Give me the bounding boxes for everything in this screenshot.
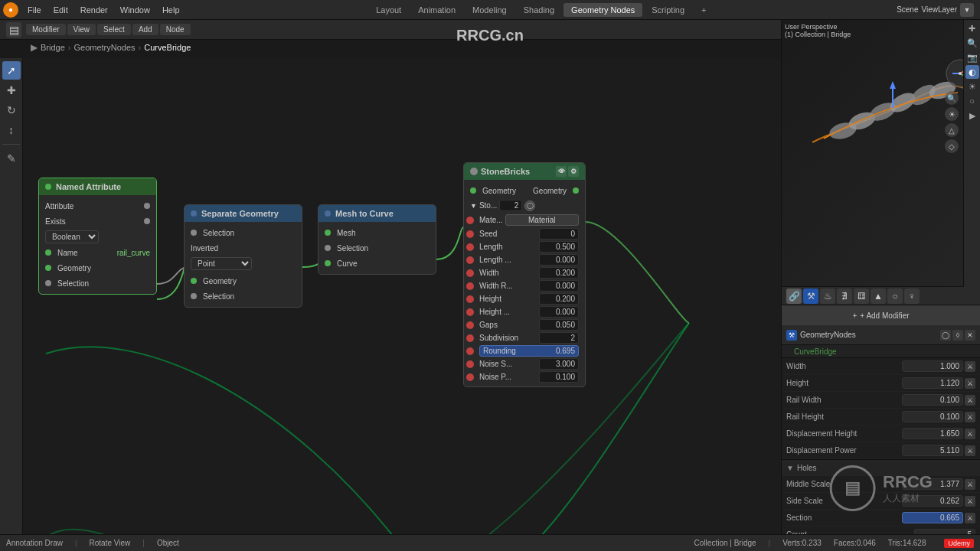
node-mesh-to-curve[interactable]: Mesh to Curve Mesh Selection Curve — [318, 204, 436, 275]
height-r-value[interactable]: 0.000 — [539, 306, 579, 318]
middle-scale-link-btn[interactable]: ⚔ — [965, 479, 975, 490]
mod-btn-1[interactable]: ◯ — [940, 330, 951, 341]
disp-height-value[interactable]: 1.650 — [902, 428, 963, 439]
zoom-in-icon[interactable]: 🔍 — [965, 36, 979, 50]
zoom-btn[interactable]: 🔍 — [945, 91, 959, 105]
material-value[interactable]: Material — [505, 214, 579, 226]
seed-value[interactable]: 0 — [539, 228, 579, 240]
sel-out-socket[interactable] — [45, 280, 51, 286]
nav-icon[interactable]: ✚ — [965, 21, 979, 35]
menu-window[interactable]: Window — [114, 4, 156, 16]
prop-icon-physics[interactable]: ∄ — [837, 289, 852, 304]
render-icon-vp[interactable]: ◐ — [965, 65, 979, 79]
tab-add[interactable]: + — [694, 3, 714, 17]
node-stonebricks[interactable]: StoneBricks 👁 ⚙ Geometry Geometry ▼ Sto. — [463, 162, 586, 387]
count-value[interactable]: 5 — [914, 529, 975, 534]
node-canvas[interactable]: Named Attribute Attribute Exists Boolean — [23, 78, 781, 534]
node-named-attribute[interactable]: Named Attribute Attribute Exists Boolean — [38, 178, 157, 295]
rail-width-value[interactable]: 0.100 — [902, 394, 963, 406]
disp-height-link-btn[interactable]: ⚔ — [965, 429, 975, 439]
name-in-socket[interactable] — [45, 249, 51, 256]
prop-icon-constraint[interactable]: ⚅ — [854, 289, 869, 304]
prop-icon-object[interactable]: 🔗 — [786, 289, 802, 304]
tab-geometry-nodes[interactable]: Geometry Nodes — [564, 3, 642, 17]
anim-icon[interactable]: ▶ — [965, 109, 979, 122]
prop-icon-world[interactable]: ♀ — [904, 289, 920, 304]
tab-layout[interactable]: Layout — [368, 3, 409, 17]
geo-out-socket[interactable] — [45, 265, 51, 271]
height-link-btn[interactable]: ⚔ — [965, 378, 975, 389]
overlay-btn[interactable]: △ — [945, 123, 959, 137]
scene-btn[interactable]: ▼ — [960, 3, 974, 17]
type-dropdown[interactable]: Boolean — [45, 230, 99, 243]
node-separate-geometry[interactable]: Separate Geometry Selection Inverted Poi… — [184, 204, 302, 308]
domain-dropdown[interactable]: Point — [191, 257, 252, 270]
width-sb-value[interactable]: 0.200 — [539, 267, 579, 279]
tool-cursor[interactable]: ➚ — [2, 61, 21, 80]
rail-height-value[interactable]: 0.100 — [902, 411, 963, 422]
menu-file[interactable]: File — [21, 4, 47, 16]
length-value[interactable]: 0.500 — [539, 241, 579, 253]
height-sb-value[interactable]: 0.200 — [539, 293, 579, 305]
gaps-value[interactable]: 0.050 — [539, 319, 579, 331]
modifier-btn[interactable]: Modifier — [26, 24, 66, 35]
selection-in-socket[interactable] — [191, 230, 197, 236]
add-btn[interactable]: Add — [132, 24, 158, 35]
curve-out-socket[interactable] — [325, 260, 331, 266]
breadcrumb-bridge[interactable]: Bridge — [41, 43, 65, 52]
noise-p-value[interactable]: 0.100 — [539, 371, 579, 383]
viewport-3d[interactable]: User Perspective (1) Collection | Bridge… — [782, 20, 980, 287]
exists-socket[interactable] — [144, 218, 150, 224]
mesh-in-socket[interactable] — [325, 230, 331, 236]
tab-animation[interactable]: Animation — [410, 3, 463, 17]
tab-scripting[interactable]: Scripting — [644, 3, 692, 17]
mat-icon[interactable]: ○ — [965, 94, 979, 108]
prop-icon-data[interactable]: ▲ — [871, 289, 886, 304]
menu-edit[interactable]: Edit — [47, 4, 74, 16]
geo-out-sb-socket[interactable] — [573, 187, 579, 194]
prop-icon-modifier[interactable]: ⚒ — [803, 289, 818, 304]
light-icon[interactable]: ☀ — [965, 80, 979, 93]
sel-mesh-socket[interactable] — [325, 245, 331, 251]
menu-help[interactable]: Help — [156, 4, 186, 16]
view-btn[interactable]: View — [67, 24, 96, 35]
disp-power-link-btn[interactable]: ⚔ — [965, 445, 975, 456]
mod-btn-2[interactable]: ◊ — [952, 330, 963, 341]
tab-shading[interactable]: Shading — [516, 3, 562, 17]
sb-view-btn[interactable]: 👁 — [556, 166, 567, 177]
tool-annotate[interactable]: ✎ — [2, 149, 21, 168]
tool-rotate[interactable]: ↻ — [2, 101, 21, 119]
tool-move[interactable]: ✚ — [2, 81, 21, 99]
subdivision-value[interactable]: 2 — [539, 332, 579, 344]
prop-icon-material[interactable]: ○ — [887, 289, 903, 304]
mod-btn-3[interactable]: ✕ — [965, 330, 975, 341]
menu-render[interactable]: Render — [74, 4, 114, 16]
sto-value[interactable]: 2 — [499, 200, 522, 211]
editor-type-icon[interactable]: ▤ — [6, 22, 21, 37]
noise-s-value[interactable]: 3.000 — [539, 358, 579, 370]
sel-sep-out-socket[interactable] — [191, 293, 197, 299]
xray-btn[interactable]: ◇ — [945, 139, 959, 153]
width-link-btn[interactable]: ⚔ — [965, 361, 975, 372]
side-scale-link-btn[interactable]: ⚔ — [965, 496, 975, 507]
add-modifier-button[interactable]: + + Add Modifier — [782, 305, 980, 325]
select-btn[interactable]: Select — [97, 24, 131, 35]
camera-icon-vp[interactable]: 📷 — [965, 51, 979, 64]
geo-in-sb-socket[interactable] — [470, 187, 476, 194]
breadcrumb-curve-bridge[interactable]: CurveBridge — [144, 43, 191, 52]
disp-power-value[interactable]: 5.110 — [902, 445, 963, 456]
tab-modeling[interactable]: Modeling — [465, 3, 514, 17]
breadcrumb-geometry-nodes[interactable]: GeometryNodes — [74, 43, 135, 52]
rail-height-link-btn[interactable]: ⚔ — [965, 412, 975, 422]
rounding-field[interactable]: Rounding 0.695 — [479, 345, 579, 357]
width-prop-value[interactable]: 1.000 — [902, 360, 963, 372]
render-mode-btn[interactable]: ☀ — [945, 107, 959, 121]
length2-value[interactable]: 0.000 — [539, 254, 579, 266]
geo-sep-out-socket[interactable] — [191, 278, 197, 284]
width-r-value[interactable]: 0.000 — [539, 280, 579, 292]
node-btn[interactable]: Node — [160, 24, 191, 35]
section-value[interactable]: 0.665 — [902, 512, 963, 523]
section-link-btn[interactable]: ⚔ — [965, 513, 975, 523]
height-prop-value[interactable]: 1.120 — [902, 377, 963, 389]
prop-icon-particle[interactable]: ♨ — [820, 289, 835, 304]
